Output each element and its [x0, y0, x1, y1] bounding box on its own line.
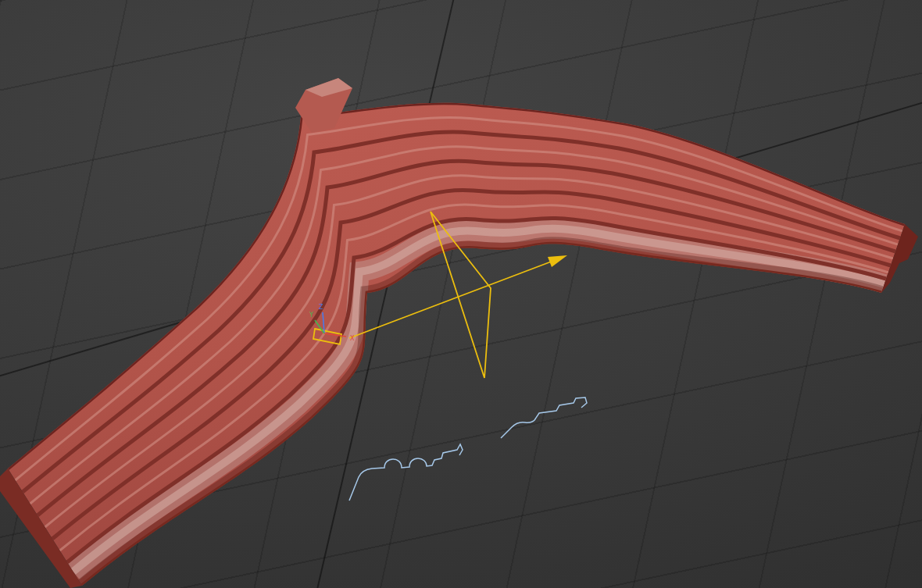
axis-x-label: X — [350, 335, 355, 342]
profile-splines — [349, 397, 587, 501]
gizmo-arrowhead — [548, 255, 567, 267]
3d-viewport[interactable]: X Y Z — [0, 0, 922, 588]
profile-spline-left[interactable] — [349, 444, 463, 501]
axis-y-label: Y — [309, 312, 313, 319]
axis-z-label: Z — [319, 304, 323, 311]
molding-object[interactable] — [0, 78, 918, 588]
scene-canvas: X Y Z — [0, 0, 922, 588]
profile-spline-right[interactable] — [501, 397, 587, 438]
